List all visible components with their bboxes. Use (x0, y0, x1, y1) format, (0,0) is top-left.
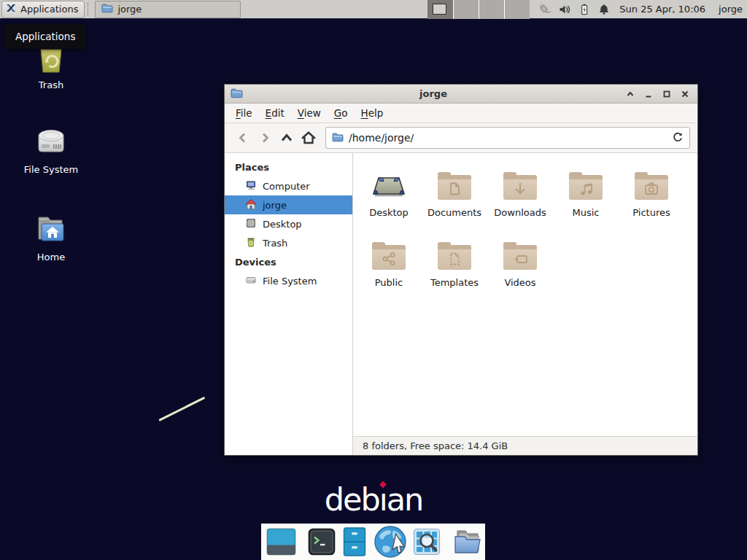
sidebar-item-label: Computer (263, 181, 310, 192)
file-item-documents[interactable]: Documents (422, 165, 487, 235)
close-button[interactable] (678, 88, 692, 101)
statusbar-text: 8 folders, Free space: 14.4 GiB (363, 440, 508, 451)
volume-icon[interactable] (558, 3, 571, 16)
file-manager-window: jorge File Edit View Go Help (224, 84, 698, 456)
path-input[interactable]: /home/jorge/ (325, 127, 690, 149)
file-item-music[interactable]: Music (553, 165, 619, 235)
menu-help[interactable]: Help (355, 104, 390, 122)
show-desktop-icon[interactable] (266, 528, 296, 556)
trash-icon (245, 236, 257, 250)
sidebar: Places Computer (225, 153, 353, 455)
debian-wordmark: debıan (0, 481, 747, 518)
window-folder-icon (231, 88, 243, 101)
file-manager-icon[interactable] (341, 527, 368, 556)
debian-i-red-diamond: ı (379, 481, 387, 518)
folder-music-icon (569, 177, 603, 200)
file-item-pictures[interactable]: Pictures (619, 165, 684, 235)
desktop-icon-home[interactable]: Home (16, 211, 86, 262)
menu-go[interactable]: Go (328, 104, 355, 122)
menu-file[interactable]: File (229, 104, 259, 122)
sidebar-item-label: File System (263, 276, 317, 287)
xfce-logo-icon (5, 2, 17, 16)
battery-icon[interactable] (578, 3, 591, 16)
back-button[interactable] (232, 127, 254, 149)
workspace-switcher (427, 0, 530, 19)
sidebar-item-computer[interactable]: Computer (225, 176, 352, 195)
menu-edit[interactable]: Edit (259, 104, 291, 122)
path-folder-icon (332, 132, 344, 144)
file-item-downloads[interactable]: Downloads (487, 165, 553, 235)
file-item-label: Public (375, 277, 403, 288)
taskbar-window-label: jorge (117, 4, 142, 15)
desktop-icon (245, 217, 257, 231)
home-icon (245, 198, 257, 212)
file-item-public[interactable]: Public (356, 235, 422, 305)
desktop[interactable]: Applications jorge (0, 0, 747, 560)
folder-icon (101, 3, 113, 15)
workspace-4[interactable] (504, 0, 530, 19)
panel-clock[interactable]: Sun 25 Apr, 10:06 (619, 4, 705, 15)
file-item-label: Pictures (632, 207, 670, 218)
file-item-label: Downloads (494, 207, 546, 218)
desk-icon (370, 165, 408, 206)
desktop-artifact-line (158, 397, 205, 421)
titlebar[interactable]: jorge (225, 85, 697, 104)
drive-icon (245, 274, 257, 288)
applications-tooltip: Applications (4, 24, 86, 49)
file-item-desktop[interactable]: Desktop (356, 165, 422, 235)
minimize-button[interactable] (642, 88, 655, 101)
desktop-icon-label: Trash (39, 79, 63, 90)
home-button[interactable] (298, 127, 320, 149)
workspace-2[interactable] (453, 0, 479, 19)
forward-button[interactable] (254, 127, 276, 149)
panel-username[interactable]: jorge (719, 4, 743, 15)
file-item-label: Documents (427, 207, 481, 218)
network-icon[interactable] (537, 3, 551, 16)
sidebar-item-jorge[interactable]: jorge (225, 195, 352, 214)
app-finder-icon[interactable] (413, 528, 441, 556)
file-item-label: Templates (430, 277, 479, 288)
menu-view[interactable]: View (291, 104, 328, 122)
path-value: /home/jorge/ (349, 132, 672, 144)
sidebar-item-file-system[interactable]: File System (225, 271, 352, 290)
folder-document-icon (438, 177, 471, 200)
notifications-icon[interactable] (597, 3, 611, 16)
statusbar: 8 folders, Free space: 14.4 GiB (353, 436, 697, 455)
sidebar-item-label: jorge (263, 200, 287, 211)
computer-icon (245, 179, 257, 193)
sidebar-header-places: Places (225, 158, 352, 176)
up-button[interactable] (276, 127, 298, 149)
reload-icon[interactable] (672, 131, 684, 145)
folder-template-icon (438, 247, 471, 270)
maximize-button[interactable] (660, 88, 673, 101)
sidebar-item-trash[interactable]: Trash (225, 233, 352, 252)
desktop-icon-file-system[interactable]: File System (16, 125, 86, 175)
system-tray (537, 3, 611, 16)
applications-menu-label: Applications (20, 4, 78, 15)
folder-camera-icon (635, 177, 668, 200)
menubar: File Edit View Go Help (225, 104, 697, 123)
applications-menu-button[interactable]: Applications (1, 1, 85, 18)
web-browser-icon[interactable] (374, 525, 407, 559)
workspace-3[interactable] (479, 0, 504, 19)
desktop-icon-label: Home (37, 252, 65, 262)
desktop-icon-label: File System (24, 164, 78, 175)
terminal-icon[interactable] (308, 528, 336, 556)
shade-button[interactable] (624, 88, 637, 101)
taskbar-window-button[interactable]: jorge (95, 1, 241, 18)
directory-menu-icon[interactable] (452, 528, 483, 556)
file-item-templates[interactable]: Templates (422, 235, 487, 305)
file-item-label: Desktop (369, 207, 409, 218)
workspace-window-thumb (433, 4, 446, 15)
dock (261, 524, 485, 560)
folder-share-icon (372, 247, 406, 270)
sidebar-item-desktop[interactable]: Desktop (225, 214, 352, 233)
folder-download-icon (503, 177, 537, 200)
file-view[interactable]: Desktop Documents (353, 153, 697, 436)
file-item-videos[interactable]: Videos (487, 235, 553, 305)
folder-video-icon (503, 247, 537, 270)
file-item-label: Music (573, 207, 600, 218)
home-folder-icon (34, 211, 69, 249)
sidebar-header-devices: Devices (225, 252, 352, 271)
workspace-1[interactable] (427, 0, 453, 19)
